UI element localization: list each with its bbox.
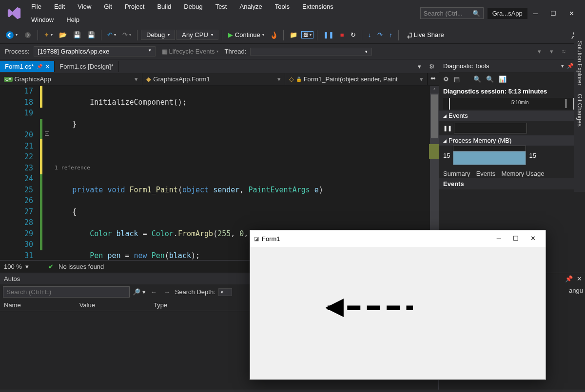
menu-help[interactable]: Help <box>60 14 85 25</box>
diag-select-tools-icon[interactable]: ▤ <box>454 75 460 83</box>
stack-icon[interactable]: ≈ <box>560 46 568 57</box>
restart-button[interactable]: ↻ <box>348 29 358 40</box>
split-editor-icon[interactable]: ⬌ <box>428 73 439 85</box>
platform-dropdown[interactable]: Any CPU▾ <box>176 30 218 40</box>
menu-tools[interactable]: Tools <box>269 1 295 12</box>
autos-search-input[interactable] <box>3 286 130 298</box>
menu-view[interactable]: View <box>72 1 97 12</box>
tab-form1-cs[interactable]: Form1.cs* 📌 ✕ <box>0 61 55 72</box>
menu-debug[interactable]: Debug <box>178 1 208 12</box>
build-config-dropdown[interactable]: Debug▾ <box>141 30 175 40</box>
image-box-icon[interactable]: 🖼 ▾ <box>301 31 313 38</box>
diag-title: Diagnostic Tools <box>443 62 489 70</box>
search-fwd-icon[interactable]: → <box>162 287 172 297</box>
tab-settings-icon[interactable]: ⚙ <box>425 61 439 72</box>
diag-memory-chart[interactable] <box>453 146 526 165</box>
search-back-icon[interactable]: ← <box>149 287 159 297</box>
autos-col-value[interactable]: Value <box>79 301 95 309</box>
menu-git[interactable]: Git <box>98 1 118 12</box>
search-options-icon[interactable]: 🔎 ▾ <box>133 288 146 296</box>
codelens-references[interactable]: 1 reference <box>55 163 439 174</box>
diag-tab-memory[interactable]: Memory Usage <box>501 170 544 177</box>
autos-col-type[interactable]: Type <box>154 301 167 309</box>
panel-pin-icon[interactable]: 📌 <box>565 275 573 282</box>
pause-button[interactable]: ❚❚ <box>321 29 336 40</box>
open-folder-icon[interactable]: 📁 <box>287 29 300 40</box>
nav-project-dropdown[interactable]: C#GraphicsApp▾ <box>0 73 142 85</box>
filter-icon[interactable]: ▾ <box>547 46 556 57</box>
panel-close-icon[interactable]: ✕ <box>577 275 582 282</box>
nav-member-dropdown[interactable]: ◇🔒Form1_Paint(object sender, Paint▾ <box>285 73 428 85</box>
menu-edit[interactable]: Edit <box>48 1 71 12</box>
diag-timeline[interactable]: 5:10min <box>443 98 581 110</box>
nav-forward-button[interactable] <box>21 29 34 41</box>
form1-icon: ◪ <box>254 236 259 242</box>
nav-back-button[interactable]: ▾ <box>3 29 20 41</box>
close-tab-icon[interactable]: ✕ <box>45 64 49 69</box>
quick-launch-search[interactable]: Search (Ctrl... 🔍 <box>420 7 484 19</box>
zoom-dropdown[interactable]: 100 % ▾ <box>4 263 29 270</box>
change-margin: − <box>40 86 51 260</box>
form1-close-button[interactable]: ✕ <box>525 233 542 244</box>
nav-class-dropdown[interactable]: ◆GraphicsApp.Form1▾ <box>142 73 285 85</box>
live-share-button[interactable]: Live Share <box>402 29 447 41</box>
search-depth-dropdown[interactable]: ▾ <box>218 288 232 296</box>
step-into-button[interactable]: ↓ <box>366 29 374 40</box>
window-minimize-button[interactable]: ─ <box>530 8 541 19</box>
lifecycle-events-dropdown[interactable]: ▦ Lifecycle Events ▾ <box>159 46 221 57</box>
git-changes-tab[interactable]: Git Changes <box>576 94 583 127</box>
window-close-button[interactable]: ✕ <box>566 8 577 19</box>
diag-settings-icon[interactable]: ⚙ <box>443 75 449 83</box>
diag-events-section[interactable]: Events <box>439 111 585 121</box>
diag-zoomin-icon[interactable]: 🔍 <box>473 75 481 83</box>
panel-dropdown-icon[interactable]: ▾ <box>561 63 564 69</box>
diag-tab-summary[interactable]: Summary <box>443 170 470 177</box>
redo-button[interactable]: ↷ ▾ <box>120 29 134 40</box>
panel-pin-icon[interactable]: 📌 <box>567 63 574 69</box>
tab-form1-design[interactable]: Form1.cs [Design]* <box>55 61 119 72</box>
line-number-gutter: 17 18 19 20 21 22 23 24 25 26 27 28 29 3… <box>0 86 40 260</box>
solution-name[interactable]: Gra...sApp <box>488 8 527 19</box>
menu-test[interactable]: Test <box>210 1 233 12</box>
diag-events-chart[interactable] <box>454 123 527 133</box>
new-project-button[interactable]: ✦ ▾ <box>41 29 55 40</box>
outline-collapse-icon[interactable]: − <box>45 131 49 136</box>
menu-window[interactable]: Window <box>25 14 59 25</box>
save-all-button[interactable]: 💾 <box>85 29 98 40</box>
hot-reload-button[interactable] <box>268 29 280 41</box>
step-out-button[interactable]: ↑ <box>387 29 395 40</box>
process-dropdown[interactable]: [19788] GraphicsApp.exe▾ <box>34 46 156 56</box>
menu-extensions[interactable]: Extensions <box>296 1 339 12</box>
form1-maximize-button[interactable]: ☐ <box>507 233 525 244</box>
editor-navbar: C#GraphicsApp▾ ◆GraphicsApp.Form1▾ ◇🔒For… <box>0 73 439 86</box>
stop-button[interactable]: ■ <box>338 29 347 40</box>
menu-build[interactable]: Build <box>151 1 177 12</box>
diag-tab-events[interactable]: Events <box>476 170 496 177</box>
menu-project[interactable]: Project <box>119 1 150 12</box>
form1-output-window[interactable]: ◪ Form1 ─ ☐ ✕ <box>250 230 546 380</box>
main-toolbar: ▾ ✦ ▾ 📂 💾 💾 ↶ ▾ ↷ ▾ Debug▾ Any CPU▾ ▶Con… <box>0 26 585 44</box>
window-maximize-button[interactable]: ☐ <box>547 8 559 19</box>
diag-reset-view-icon[interactable]: 📊 <box>499 75 507 83</box>
menu-analyze[interactable]: Analyze <box>234 1 268 12</box>
issues-text[interactable]: No issues found <box>58 263 104 270</box>
save-button[interactable]: 💾 <box>71 29 83 40</box>
diag-events-header: Events <box>439 178 585 189</box>
search-depth-label: Search Depth: <box>175 288 215 296</box>
thread-dropdown[interactable]: ▾ <box>250 48 372 56</box>
pin-icon[interactable]: 📌 <box>37 64 42 69</box>
filter-funnel-icon[interactable]: ▾ <box>535 46 544 57</box>
diag-memory-section[interactable]: Process Memory (MB) <box>439 135 585 146</box>
tab-overflow-dropdown[interactable]: ▾ <box>414 61 425 72</box>
solution-explorer-tab[interactable]: Solution Explorer <box>576 41 583 85</box>
open-file-button[interactable]: 📂 <box>57 29 69 40</box>
svg-point-1 <box>25 32 31 38</box>
diag-zoomout-icon[interactable]: 🔍 <box>486 75 494 83</box>
undo-button[interactable]: ↶ ▾ <box>105 29 118 40</box>
form1-minimize-button[interactable]: ─ <box>491 233 507 244</box>
autos-col-name[interactable]: Name <box>4 301 21 309</box>
svg-point-0 <box>6 31 14 39</box>
step-over-button[interactable]: ↷ <box>375 29 385 40</box>
menu-file[interactable]: File <box>25 1 47 12</box>
continue-button[interactable]: ▶Continue ▾ <box>226 29 267 40</box>
